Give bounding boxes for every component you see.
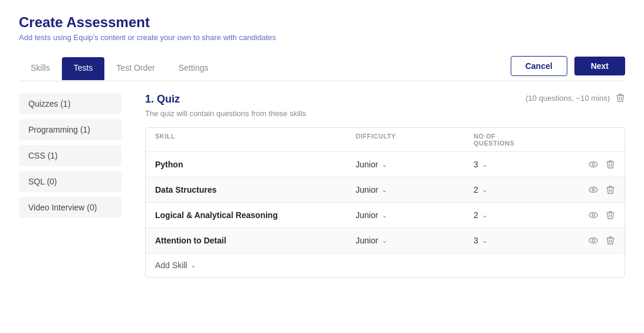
content-area: Quizzes (1) Programming (1) CSS (1) SQL … [19, 93, 625, 278]
delete-data-structures-icon[interactable] [606, 185, 615, 194]
tabs-container: Skills Tests Test Order Settings [19, 57, 220, 80]
quiz-meta: (10 questions, ~10 mins) [525, 93, 625, 103]
table-row: Data Structures Junior ⌄ 2 ⌄ [146, 177, 625, 202]
skill-name-data-structures: Data Structures [155, 185, 356, 194]
next-button[interactable]: Next [574, 57, 625, 75]
table-header: SKILL DIFFICULTY NO OF QUESTIONS [146, 128, 625, 151]
actions-python [568, 159, 615, 170]
skill-name-attention: Attention to Detail [155, 236, 356, 245]
tab-test-order[interactable]: Test Order [104, 57, 166, 80]
actions-data-structures [568, 184, 615, 195]
header-no-of-questions: NO OF QUESTIONS [474, 133, 568, 147]
tab-settings[interactable]: Settings [167, 57, 221, 80]
questions-chevron-icon[interactable]: ⌄ [482, 236, 488, 245]
delete-quiz-icon[interactable] [616, 93, 625, 103]
questions-logical: 2 ⌄ [474, 210, 568, 220]
difficulty-attention: Junior ⌄ [356, 236, 474, 245]
difficulty-chevron-icon[interactable]: ⌄ [382, 160, 387, 169]
top-actions: Cancel Next [511, 56, 625, 81]
svg-point-7 [592, 239, 594, 242]
tab-skills[interactable]: Skills [19, 57, 62, 80]
sidebar: Quizzes (1) Programming (1) CSS (1) SQL … [19, 93, 131, 278]
svg-point-5 [592, 214, 594, 216]
view-logical-icon[interactable] [588, 210, 599, 220]
questions-data-structures: 2 ⌄ [474, 185, 568, 194]
quiz-title: 1. Quiz [145, 93, 180, 105]
questions-chevron-icon[interactable]: ⌄ [482, 186, 488, 194]
skills-table: SKILL DIFFICULTY NO OF QUESTIONS Python … [145, 127, 625, 278]
header-skill: SKILL [155, 133, 356, 147]
quiz-meta-text: (10 questions, ~10 mins) [525, 94, 610, 103]
add-skill-chevron-icon: ⌄ [190, 261, 196, 269]
sidebar-item-video-interview[interactable]: Video Interview (0) [19, 197, 121, 218]
svg-point-3 [592, 189, 594, 191]
skill-name-python: Python [155, 160, 356, 169]
svg-point-2 [589, 187, 597, 193]
page-subtitle: Add tests using Equip's content or creat… [19, 33, 625, 42]
questions-attention: 3 ⌄ [474, 236, 568, 245]
header-actions [568, 133, 615, 147]
delete-python-icon[interactable] [606, 160, 615, 169]
add-skill-row[interactable]: Add Skill ⌄ [146, 253, 625, 277]
sidebar-item-sql[interactable]: SQL (0) [19, 171, 121, 192]
svg-point-6 [589, 238, 597, 243]
view-python-icon[interactable] [588, 159, 599, 170]
delete-logical-icon[interactable] [606, 210, 615, 220]
cancel-button[interactable]: Cancel [511, 56, 567, 76]
difficulty-python: Junior ⌄ [356, 160, 474, 169]
top-bar: Skills Tests Test Order Settings Cancel … [19, 56, 625, 81]
skill-name-logical: Logical & Analytical Reasoning [155, 210, 356, 220]
actions-attention [568, 235, 615, 246]
table-row: Logical & Analytical Reasoning Junior ⌄ … [146, 202, 625, 228]
sidebar-item-quizzes[interactable]: Quizzes (1) [19, 93, 121, 114]
main-panel: 1. Quiz (10 questions, ~10 mins) The qui… [131, 93, 625, 278]
table-row: Python Junior ⌄ 3 ⌄ [146, 151, 625, 177]
svg-point-1 [592, 163, 594, 166]
difficulty-chevron-icon[interactable]: ⌄ [382, 186, 387, 194]
quiz-subtitle: The quiz will contain questions from the… [145, 109, 625, 118]
view-data-structures-icon[interactable] [588, 184, 599, 195]
difficulty-data-structures: Junior ⌄ [356, 185, 474, 194]
sidebar-item-programming[interactable]: Programming (1) [19, 119, 121, 140]
difficulty-chevron-icon[interactable]: ⌄ [382, 236, 387, 245]
page-title: Create Assessment [19, 14, 625, 31]
difficulty-logical: Junior ⌄ [356, 210, 474, 220]
questions-python: 3 ⌄ [474, 160, 568, 169]
tab-tests[interactable]: Tests [62, 57, 105, 80]
svg-point-0 [589, 162, 597, 167]
quiz-header: 1. Quiz (10 questions, ~10 mins) [145, 93, 625, 105]
add-skill-label: Add Skill [155, 261, 187, 270]
svg-point-4 [589, 213, 597, 218]
table-row: Attention to Detail Junior ⌄ 3 ⌄ [146, 228, 625, 253]
questions-chevron-icon[interactable]: ⌄ [482, 160, 488, 169]
view-attention-icon[interactable] [588, 235, 599, 246]
header-difficulty: DIFFICULTY [356, 133, 474, 147]
questions-chevron-icon[interactable]: ⌄ [482, 211, 488, 219]
sidebar-item-css[interactable]: CSS (1) [19, 145, 121, 166]
difficulty-chevron-icon[interactable]: ⌄ [382, 211, 387, 219]
actions-logical [568, 210, 615, 220]
delete-attention-icon[interactable] [606, 236, 615, 245]
